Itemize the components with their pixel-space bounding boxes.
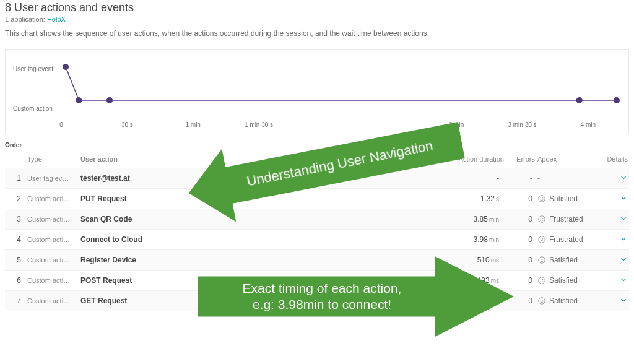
table-row: 2Custom acti…PUT Request1.32s0Satisfied bbox=[5, 189, 629, 209]
cell-apdex: Frustrated bbox=[536, 210, 592, 228]
x-tick: 30 s bbox=[121, 121, 133, 128]
svg-point-9 bbox=[541, 219, 541, 219]
svg-point-7 bbox=[542, 198, 543, 199]
svg-point-1 bbox=[76, 97, 82, 103]
chevron-down-icon[interactable] bbox=[619, 173, 628, 182]
cell-details bbox=[592, 169, 629, 188]
th-details[interactable]: Details bbox=[592, 152, 629, 167]
cell-errors: 0 bbox=[505, 251, 536, 269]
cell-order: 3 bbox=[5, 210, 26, 228]
svg-point-5 bbox=[539, 196, 545, 202]
cell-errors: 0 bbox=[505, 272, 536, 289]
th-user-action[interactable]: User action bbox=[79, 152, 394, 167]
cell-conversion bbox=[394, 215, 443, 223]
table-row: 1User tag ev…tester@test.at--- bbox=[5, 168, 629, 189]
cell-user-action: POST Request bbox=[79, 272, 394, 289]
y-axis-label-user-tag: User tag event bbox=[13, 66, 53, 72]
x-tick: 1 min bbox=[185, 121, 200, 128]
chevron-down-icon[interactable] bbox=[619, 255, 628, 264]
table-order-label: Order bbox=[5, 142, 629, 149]
cell-errors: - bbox=[505, 170, 536, 187]
th-conversion[interactable]: Conversion bbox=[394, 152, 443, 167]
x-tick: 4 min bbox=[581, 121, 596, 128]
cell-details bbox=[592, 230, 629, 249]
th-apdex[interactable]: Apdex bbox=[536, 152, 592, 167]
cell-order: 1 bbox=[5, 170, 26, 187]
cell-details bbox=[592, 210, 629, 229]
x-axis: 030 s1 min1 min 30 s3 min3 min 30 s4 min bbox=[61, 120, 621, 129]
svg-point-11 bbox=[539, 236, 545, 243]
cell-apdex: Satisfied bbox=[536, 190, 592, 207]
cell-apdex: Satisfied bbox=[536, 292, 592, 310]
svg-point-16 bbox=[542, 259, 543, 260]
cell-type: User tag ev… bbox=[26, 170, 79, 186]
app-count-label: 1 application: bbox=[5, 15, 47, 23]
cell-order: 4 bbox=[5, 231, 26, 248]
cell-action-duration: - bbox=[443, 170, 505, 187]
cell-apdex: Satisfied bbox=[536, 272, 592, 289]
svg-point-3 bbox=[576, 97, 583, 103]
svg-point-14 bbox=[539, 257, 545, 264]
face-frustrated-icon bbox=[537, 235, 546, 244]
cell-user-action: GET Request bbox=[79, 292, 394, 310]
cell-errors: 0 bbox=[505, 190, 536, 207]
table-row: 3Custom acti…Scan QR Code3.85min0Frustra… bbox=[5, 209, 629, 230]
svg-point-10 bbox=[542, 219, 543, 219]
svg-point-4 bbox=[614, 97, 620, 103]
table-row: 7Custom acti…GET Request319ms0Satisfied bbox=[5, 291, 629, 311]
cell-order: 7 bbox=[5, 292, 26, 310]
svg-point-15 bbox=[541, 259, 541, 260]
cell-apdex: Frustrated bbox=[536, 231, 592, 248]
cell-conversion bbox=[394, 256, 443, 264]
app-link[interactable]: HoloX bbox=[47, 15, 66, 23]
face-satisfied-icon bbox=[537, 297, 546, 305]
chevron-down-icon[interactable] bbox=[619, 194, 628, 202]
cell-errors: 0 bbox=[505, 210, 536, 228]
svg-point-20 bbox=[539, 298, 545, 305]
table-row: 5Custom acti…Register Device510ms0Satisf… bbox=[5, 250, 629, 271]
chevron-down-icon[interactable] bbox=[619, 275, 628, 284]
page-title: 8 User actions and events bbox=[5, 1, 629, 14]
chevron-down-icon[interactable] bbox=[619, 214, 628, 223]
app-subtitle: 1 application: HoloX bbox=[5, 15, 629, 23]
y-axis-label-custom-action: Custom action bbox=[13, 105, 53, 111]
cell-conversion bbox=[394, 297, 443, 305]
svg-point-8 bbox=[539, 216, 545, 223]
th-type[interactable]: Type bbox=[26, 152, 79, 167]
th-action-duration[interactable]: Action duration bbox=[443, 152, 505, 167]
cell-order: 5 bbox=[5, 251, 26, 269]
cell-user-action: Register Device bbox=[79, 251, 394, 269]
cell-action-duration: 493ms bbox=[443, 272, 505, 289]
th-order bbox=[5, 155, 26, 163]
actions-table: Order Type User action Conversion Action… bbox=[5, 142, 629, 311]
cell-user-action: Scan QR Code bbox=[79, 210, 394, 228]
table-row: 4Custom acti…Connect to Cloud3.98min0Fru… bbox=[5, 230, 629, 250]
cell-apdex: - bbox=[536, 170, 592, 187]
chevron-down-icon[interactable] bbox=[619, 235, 628, 243]
chevron-down-icon[interactable] bbox=[619, 296, 628, 305]
cell-type: Custom acti… bbox=[26, 272, 79, 288]
x-tick: 3 min 30 s bbox=[508, 121, 536, 128]
cell-action-duration: 510ms bbox=[443, 251, 505, 269]
cell-details bbox=[592, 251, 629, 270]
cell-type: Custom acti… bbox=[26, 211, 79, 227]
cell-action-duration: 3.85min bbox=[443, 210, 505, 228]
svg-point-22 bbox=[542, 300, 543, 301]
cell-user-action: Connect to Cloud bbox=[79, 231, 394, 248]
svg-point-19 bbox=[542, 280, 543, 280]
cell-order: 6 bbox=[5, 272, 26, 289]
cell-conversion bbox=[394, 174, 443, 183]
chart-plot-area bbox=[61, 56, 621, 118]
cell-action-duration: 319ms bbox=[443, 292, 505, 310]
timeline-chart: User tag event Custom action 030 s1 min1… bbox=[5, 49, 629, 134]
cell-details bbox=[592, 292, 629, 311]
table-header-row: Type User action Conversion Action durat… bbox=[5, 150, 629, 168]
face-frustrated-icon bbox=[537, 215, 546, 223]
svg-point-6 bbox=[541, 198, 541, 199]
cell-conversion bbox=[394, 194, 443, 203]
cell-details bbox=[592, 271, 629, 290]
cell-conversion bbox=[394, 276, 443, 285]
cell-type: Custom acti… bbox=[26, 252, 79, 268]
svg-point-21 bbox=[541, 300, 541, 301]
th-errors[interactable]: Errors bbox=[505, 152, 536, 167]
